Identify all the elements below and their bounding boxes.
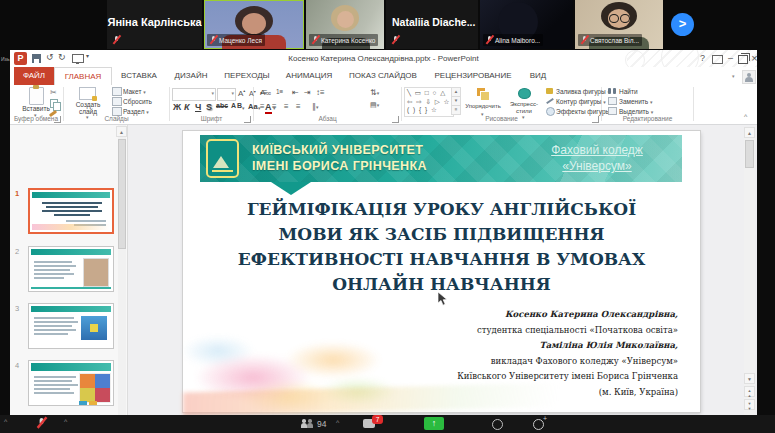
customize-qat-button[interactable]: ▾ (86, 52, 89, 59)
scroll-up-button[interactable]: ▲ (744, 127, 755, 138)
align-left-button[interactable]: ≡ (260, 102, 265, 111)
thumb-line (34, 380, 72, 382)
slide-thumbnail-3[interactable] (28, 303, 114, 349)
numbering-button[interactable]: 1≡ (276, 88, 283, 95)
previous-slide-button[interactable]: ▲▲ (744, 386, 755, 397)
thumbnail-scroll-thumb[interactable] (118, 139, 126, 249)
increase-indent-button[interactable]: ⇥ (304, 88, 311, 97)
participant-tile-dark[interactable]: Alina Maiboro... (480, 0, 573, 49)
section-button[interactable]: Раздел ▾ (112, 108, 149, 115)
quick-styles-button[interactable]: Экспресс-стили ▾ (506, 87, 542, 117)
signin-dropdown-icon[interactable]: ▾ (732, 73, 735, 79)
align-right-button[interactable]: ≡ (284, 102, 289, 111)
scroll-thumb[interactable] (745, 140, 754, 168)
main-scrollbar[interactable]: ▲ ▼ ▲▲ ▼▼ (744, 127, 755, 415)
restore-button[interactable] (738, 55, 748, 64)
toolbar-expand-caret[interactable]: ^ (4, 418, 7, 425)
toolbar-mic-muted-icon[interactable] (37, 417, 46, 430)
participant-tile[interactable]: Святослав Віл... (575, 0, 663, 49)
help-button[interactable]: ? (696, 52, 709, 65)
tab-file[interactable]: ФАЙЛ (14, 67, 54, 85)
thumb-line (34, 277, 64, 279)
share-screen-button[interactable]: ↑ (424, 417, 444, 430)
change-case-button[interactable]: Aa (248, 102, 258, 111)
shapes-gallery[interactable]: ╲ ▭ □ ○ △ ⇦ ⇨ ⇩ ▷ ☆ ( ) { } ☆ (404, 87, 454, 117)
paragraph-dialog-launcher[interactable] (392, 116, 399, 123)
current-slide[interactable]: КИЇВСЬКИЙ УНІВЕРСИТЕТ ІМЕНІ БОРИСА ГРІНЧ… (183, 131, 700, 412)
grow-font-button[interactable]: А▴ (238, 88, 245, 98)
next-participants-button[interactable]: > (671, 13, 694, 36)
find-button[interactable]: Найти (608, 88, 638, 95)
shrink-font-button[interactable]: А▾ (249, 89, 256, 97)
copy-icon[interactable] (50, 99, 58, 108)
shapes-gallery-more[interactable]: ≡ (451, 105, 461, 115)
shape-outline-button[interactable]: Контур фигуры ▾ (546, 98, 606, 105)
select-button[interactable]: Выделить ▾ (608, 108, 653, 115)
participant-tile-camera-off[interactable]: Nataliia Diache... (386, 0, 478, 49)
thumbnail-scroll-up[interactable]: ▲ (116, 126, 127, 137)
decrease-indent-button[interactable]: ⇤ (292, 88, 299, 97)
scroll-down-button[interactable]: ▼ (744, 373, 755, 384)
reset-button[interactable]: Сбросить (112, 98, 152, 105)
participant-tile-camera-off[interactable]: Яніна Карлінська (107, 0, 202, 49)
font-color-button[interactable]: А (265, 102, 272, 114)
slide-thumbnail-1[interactable] (28, 188, 114, 234)
ribbon-display-options-button[interactable] (712, 55, 723, 64)
undo-button[interactable]: ↺ (46, 52, 54, 62)
shape-effects-button[interactable]: Эффекты фигуры ▾ (546, 108, 615, 115)
bold-button[interactable]: Ж (173, 102, 181, 112)
bullets-button[interactable]: •≡ (260, 88, 267, 97)
italic-button[interactable]: К (184, 102, 190, 112)
layout-button[interactable]: Макет ▾ (112, 88, 146, 95)
chat-icon[interactable]: 7 (363, 419, 375, 428)
columns-button[interactable]: ∥▾ (312, 102, 319, 111)
reactions-button[interactable] (533, 419, 544, 430)
arrange-button[interactable]: Упорядочить ▾ (462, 87, 504, 117)
slide-thumbnail-2[interactable] (28, 246, 114, 292)
participant-tile-active-speaker[interactable]: Маценко Леся (204, 0, 304, 49)
start-slideshow-button[interactable] (72, 54, 84, 63)
tab-animations[interactable]: АНИМАЦИЯ (278, 67, 340, 85)
font-name-combobox[interactable] (172, 88, 216, 101)
line-spacing-button[interactable]: ↕≡ (316, 88, 325, 97)
tab-review[interactable]: РЕЦЕНЗИРОВАНИЕ (426, 67, 520, 85)
text-shadow-button[interactable]: S (206, 102, 212, 112)
align-text-button[interactable]: ▤▾ (370, 101, 379, 109)
participant-tile[interactable]: Катерина Косенко (306, 0, 384, 49)
clipboard-dialog-launcher[interactable] (54, 116, 61, 123)
tab-design[interactable]: ДИЗАЙН (166, 67, 216, 85)
character-spacing-dropdown[interactable]: ▾ (242, 105, 245, 111)
underline-button[interactable]: Ч (195, 102, 201, 112)
slide-thumbnail-4[interactable] (28, 360, 114, 406)
mic-options-caret[interactable]: ^ (64, 418, 67, 425)
new-slide-button[interactable]: Создать слайд ▾ (68, 87, 108, 117)
font-dialog-launcher[interactable] (244, 116, 251, 123)
font-size-combobox[interactable] (217, 88, 236, 101)
slide-title[interactable]: ГЕЙМІФІКАЦІЯ УРОКУ АНГЛІЙСЬКОЇ МОВИ ЯК З… (203, 197, 680, 297)
justify-button[interactable]: ≡ (296, 102, 301, 111)
thumbnail-scrollbar[interactable]: ▲ (118, 125, 126, 415)
collapse-ribbon-button[interactable]: ^ (744, 113, 747, 120)
record-button[interactable] (492, 419, 503, 430)
tab-slideshow[interactable]: ПОКАЗ СЛАЙДОВ (340, 67, 426, 85)
close-button[interactable]: × (748, 52, 757, 65)
tab-insert[interactable]: ВСТАВКА (112, 67, 166, 85)
tab-view[interactable]: ВИД (520, 67, 556, 85)
redo-button[interactable]: ↻ (58, 52, 66, 62)
tab-transitions[interactable]: ПЕРЕХОДЫ (216, 67, 278, 85)
minimize-button[interactable]: – (724, 52, 737, 65)
next-slide-button[interactable]: ▼▼ (744, 399, 755, 410)
cut-icon[interactable]: ✂ (50, 88, 57, 97)
text-direction-button[interactable]: ⇅▾ (370, 88, 379, 97)
shape-fill-button[interactable]: Заливка фигуры ▾ (546, 88, 610, 95)
save-button[interactable] (32, 54, 41, 63)
participants-count[interactable]: 94 (317, 419, 326, 429)
strikethrough-button[interactable]: abc (216, 102, 228, 109)
replace-button[interactable]: Заменить ▾ (608, 98, 653, 105)
align-center-button[interactable]: ≡ (272, 102, 277, 111)
tab-home[interactable]: ГЛАВНАЯ (54, 67, 112, 85)
signin-account-icon[interactable] (742, 70, 756, 84)
powerpoint-app-icon[interactable]: P (14, 52, 27, 65)
participants-caret[interactable]: ^ (336, 419, 339, 426)
drawing-dialog-launcher[interactable] (592, 116, 599, 123)
